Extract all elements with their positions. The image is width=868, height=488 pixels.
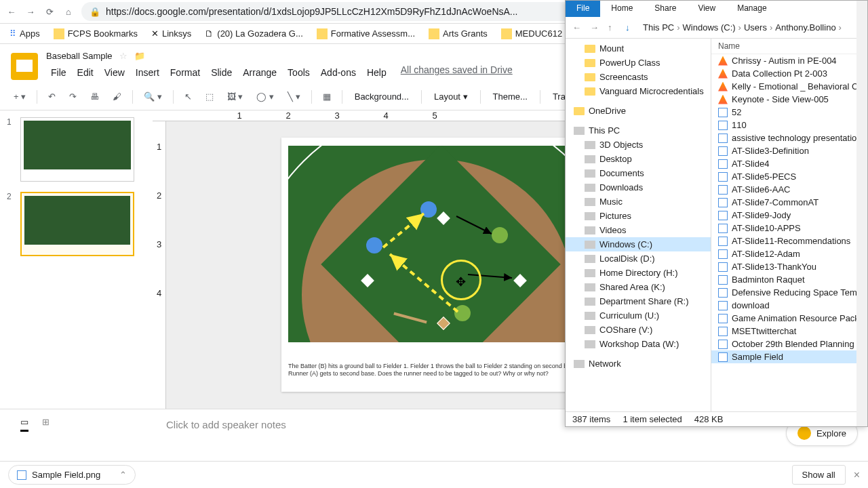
undo-button[interactable]: ↶ — [43, 87, 61, 106]
file-row[interactable]: Keynote - Side View-005 — [711, 93, 867, 106]
slide-thumb-1[interactable] — [20, 117, 134, 182]
theme-button[interactable]: Theme... — [486, 87, 534, 106]
bookmark-formative[interactable]: Formative Assessm... — [313, 26, 419, 41]
comment-button[interactable]: ▦ — [317, 87, 336, 106]
tree-item[interactable]: Windows (C:) — [566, 237, 711, 251]
bookmark-linksys[interactable]: ✕Linksys — [147, 26, 195, 41]
tree-item[interactable]: LocalDisk (D:) — [566, 251, 711, 266]
menu-file[interactable]: File — [46, 64, 71, 81]
file-row[interactable]: AT-Slide10-APPS — [711, 222, 867, 235]
bookmark-arts[interactable]: Arts Grants — [425, 26, 492, 41]
reload-button[interactable]: ⟳ — [43, 5, 56, 18]
doc-title[interactable]: Baseball Sample — [46, 51, 113, 61]
breadcrumb-item[interactable]: This PC — [643, 22, 674, 33]
file-row[interactable]: 52 — [711, 106, 867, 119]
forward-button[interactable]: → — [24, 5, 37, 18]
zoom-button[interactable]: 🔍 ▾ — [138, 87, 167, 106]
file-row[interactable]: AT-Slide13-ThankYou — [711, 260, 867, 273]
file-row[interactable]: Game Animation Resource Pack — [711, 312, 867, 325]
filmstrip-view-button[interactable]: ▭ — [20, 417, 28, 432]
slides-logo[interactable] — [11, 53, 38, 80]
home-button[interactable]: ⌂ — [62, 5, 75, 18]
file-row[interactable]: October 29th Blended Planning I — [711, 338, 867, 350]
tree-item[interactable]: PowerUp Class — [566, 56, 711, 70]
image-tool[interactable]: 🖼 ▾ — [222, 87, 249, 106]
up-button[interactable]: ↑ — [608, 22, 620, 33]
file-row[interactable]: AT-Slide9-Jody — [711, 209, 867, 222]
menu-view[interactable]: View — [100, 64, 130, 81]
bookmark-meduc[interactable]: MEDUC612 — [497, 26, 566, 41]
file-row[interactable]: AT-Slide5-PECS — [711, 170, 867, 183]
menu-tools[interactable]: Tools — [283, 64, 315, 81]
bookmark-gozadera[interactable]: 🗋(20) La Gozadera G... — [201, 26, 307, 41]
breadcrumb[interactable]: This PC›Windows (C:)›Users›Anthony.Bolli… — [643, 22, 842, 33]
tree-item[interactable]: Pictures — [566, 209, 711, 223]
background-button[interactable]: Background... — [348, 87, 416, 106]
menu-help[interactable]: Help — [362, 64, 391, 81]
down-arrow-icon[interactable]: ↓ — [625, 22, 637, 33]
file-row[interactable]: 110 — [711, 119, 867, 131]
bookmark-fcps[interactable]: FCPS Bookmarks — [50, 26, 142, 41]
folder-icon[interactable]: 📁 — [134, 51, 145, 61]
tab-file[interactable]: File — [566, 1, 600, 17]
print-button[interactable]: 🖶 — [85, 87, 104, 106]
back-button[interactable]: ← — [5, 5, 18, 18]
tree-item[interactable]: This PC — [566, 123, 711, 138]
layout-button[interactable]: Layout ▾ — [427, 87, 475, 106]
file-row[interactable]: MSETtwitterchat — [711, 325, 867, 338]
new-slide-button[interactable]: + ▾ — [8, 87, 31, 106]
file-row[interactable]: AT-Slide6-AAC — [711, 183, 867, 196]
apps-button[interactable]: ⠿Apps — [5, 26, 44, 41]
file-row[interactable]: Sample Field — [711, 350, 867, 363]
menu-format[interactable]: Format — [165, 64, 205, 81]
file-row[interactable]: AT-Slide7-CommonAT — [711, 196, 867, 209]
tree-item[interactable]: COShare (V:) — [566, 323, 711, 337]
tree-item[interactable]: Department Share (R:) — [566, 294, 711, 308]
textbox-tool[interactable]: ⬚ — [200, 87, 219, 106]
line-tool[interactable]: ╲ ▾ — [282, 87, 306, 106]
menu-add-ons[interactable]: Add-ons — [316, 64, 361, 81]
back-button[interactable]: ← — [572, 22, 585, 33]
tab-share[interactable]: Share — [644, 1, 687, 17]
menu-insert[interactable]: Insert — [131, 64, 164, 81]
menu-edit[interactable]: Edit — [73, 64, 98, 81]
tab-manage[interactable]: Manage — [726, 1, 777, 17]
tree-item[interactable]: Downloads — [566, 180, 711, 195]
tree-item[interactable]: 3D Objects — [566, 138, 711, 152]
star-icon[interactable]: ☆ — [119, 51, 127, 61]
menu-arrange[interactable]: Arrange — [238, 64, 281, 81]
slide-thumb-2[interactable] — [20, 192, 134, 256]
tree-item[interactable]: OneDrive — [566, 104, 711, 118]
file-row[interactable]: Chrissy - Autism in PE-004 — [711, 54, 867, 67]
tree-item[interactable]: Music — [566, 195, 711, 209]
file-row[interactable]: AT-Slide3-Definition — [711, 144, 867, 157]
breadcrumb-item[interactable]: Users — [744, 22, 767, 33]
tree-item[interactable]: Vanguard Microcredentials — [566, 84, 711, 98]
file-row[interactable]: Data Collection Pt 2-003 — [711, 67, 867, 80]
tree-item[interactable]: Workshop Data (W:) — [566, 337, 711, 351]
tree-item[interactable]: Documents — [566, 166, 711, 180]
file-row[interactable]: download — [711, 299, 867, 312]
file-row[interactable]: AT-Slide4 — [711, 157, 867, 170]
file-row[interactable]: Kelly - Emotional _ Behavioral Ch — [711, 80, 867, 93]
file-row[interactable]: Defensive Reducing Space Temp — [711, 286, 867, 299]
tab-home[interactable]: Home — [600, 1, 644, 17]
tree-item[interactable]: Videos — [566, 223, 711, 237]
breadcrumb-item[interactable]: Windows (C:) — [683, 22, 736, 33]
file-row[interactable]: AT-Slide12-Adam — [711, 247, 867, 260]
tree-item[interactable]: Screencasts — [566, 70, 711, 84]
redo-button[interactable]: ↷ — [64, 87, 82, 106]
tab-view[interactable]: View — [687, 1, 726, 17]
close-icon[interactable]: × — [854, 469, 860, 481]
tree-item[interactable]: Curriculum (U:) — [566, 308, 711, 323]
show-all-button[interactable]: Show all — [792, 465, 846, 485]
tree-item[interactable]: Network — [566, 357, 711, 371]
breadcrumb-item[interactable]: Anthony.Bollino — [775, 22, 835, 33]
forward-button[interactable]: → — [590, 22, 602, 33]
paint-button[interactable]: 🖌 — [107, 87, 127, 106]
tree-item[interactable]: Mount — [566, 41, 711, 56]
column-header-name[interactable]: Name — [711, 39, 867, 54]
tree-item[interactable]: Home Directory (H:) — [566, 266, 711, 280]
tree-item[interactable]: Desktop — [566, 152, 711, 166]
file-row[interactable]: Badminton Raquet — [711, 273, 867, 286]
